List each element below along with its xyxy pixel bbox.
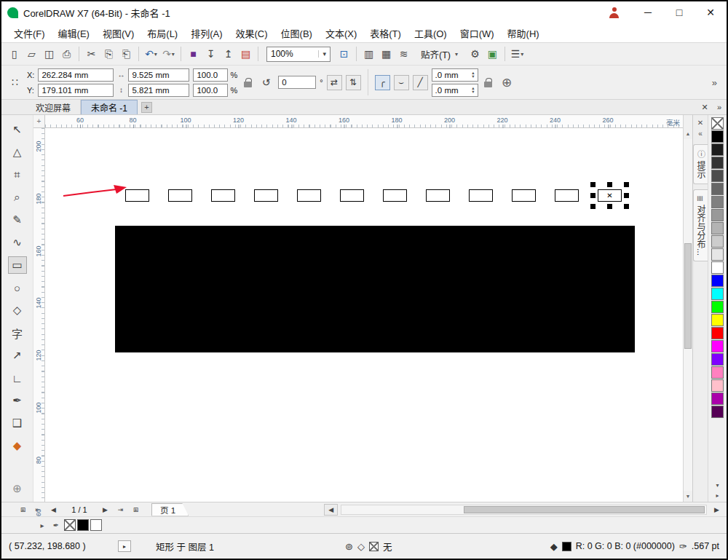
palette-swatch-30-black[interactable] bbox=[711, 222, 724, 234]
more-properties-icon[interactable]: ⊕ bbox=[499, 74, 515, 91]
vertical-scrollbar[interactable]: ▲ ▼ bbox=[683, 115, 692, 502]
coords-flyout-button[interactable]: ▸ bbox=[118, 540, 131, 552]
add-page-after-button[interactable]: ⊞ bbox=[129, 504, 143, 516]
outline-pen-icon[interactable]: ✑ bbox=[679, 541, 687, 552]
menu-bitmaps[interactable]: 位图(B) bbox=[274, 23, 319, 43]
outline-color-swatch[interactable] bbox=[562, 542, 571, 551]
open-icon[interactable]: ▱ bbox=[23, 46, 40, 63]
document-palette-flyout-icon[interactable]: ▸ bbox=[36, 519, 48, 531]
vertical-ruler[interactable]: 2001801601401201008060 bbox=[33, 128, 45, 502]
palette-swatch-40-black[interactable] bbox=[711, 209, 724, 221]
mirror-vertical-button[interactable]: ⇅ bbox=[346, 75, 361, 90]
close-document-button[interactable]: ✕ bbox=[697, 100, 712, 114]
small-rectangle[interactable] bbox=[125, 189, 149, 202]
cut-icon[interactable]: ✂ bbox=[83, 46, 100, 63]
artistic-media-tool[interactable]: ∿ bbox=[8, 234, 27, 251]
maximize-button[interactable]: □ bbox=[666, 3, 692, 22]
selection-handle-bl[interactable] bbox=[590, 204, 596, 209]
corner-lock-button[interactable] bbox=[482, 74, 495, 91]
selection-handle-br[interactable] bbox=[624, 204, 629, 209]
fill-none-swatch[interactable] bbox=[369, 542, 379, 551]
show-grid-icon[interactable]: ▦ bbox=[378, 46, 395, 63]
search-content-icon[interactable]: ■ bbox=[185, 46, 202, 63]
export-icon[interactable]: ↥ bbox=[220, 46, 237, 63]
doc-swatch-black[interactable] bbox=[77, 519, 89, 531]
pdf-icon[interactable]: ▤ bbox=[237, 46, 254, 63]
import-icon[interactable]: ↧ bbox=[202, 46, 219, 63]
palette-swatch-red[interactable] bbox=[711, 327, 724, 339]
crop-tool[interactable]: ⌗ bbox=[8, 166, 27, 184]
show-guidelines-icon[interactable]: ≋ bbox=[395, 46, 412, 63]
menu-effects[interactable]: 效果(C) bbox=[229, 23, 274, 43]
interactive-fill-tool[interactable]: ◆ bbox=[8, 437, 27, 454]
palette-swatch-purple[interactable] bbox=[711, 353, 724, 366]
palette-swatch-dark-purple[interactable] bbox=[711, 406, 724, 418]
propbar-overflow-button[interactable]: » bbox=[708, 77, 721, 88]
mirror-horizontal-button[interactable]: ⇄ bbox=[327, 75, 342, 90]
toolbar-overflow-icon[interactable]: ☰▾ bbox=[509, 46, 526, 63]
next-page-button[interactable]: ▶ bbox=[98, 504, 112, 516]
small-rectangle[interactable] bbox=[383, 189, 407, 202]
horizontal-ruler[interactable]: 6080100120140160180200220240260毫米 bbox=[45, 115, 683, 128]
object-height-field[interactable]: 5.821 mm bbox=[128, 84, 189, 97]
show-rulers-icon[interactable]: ▥ bbox=[360, 46, 377, 63]
drop-shadow-tool[interactable]: ❑ bbox=[8, 414, 27, 432]
vertical-scroll-thumb[interactable] bbox=[684, 243, 692, 349]
palette-swatch-magenta[interactable] bbox=[711, 340, 724, 352]
application-launcher-icon[interactable]: ▣ bbox=[484, 46, 501, 63]
redo-icon[interactable]: ↷▾ bbox=[160, 46, 177, 63]
palette-swatch-light-pink[interactable] bbox=[711, 379, 724, 392]
selection-handle-mr[interactable] bbox=[624, 193, 629, 198]
add-tool-button[interactable]: ⊕ bbox=[8, 480, 27, 497]
corner-radius-field-2[interactable]: .0 mm ▴▾ bbox=[432, 84, 478, 97]
polygon-tool[interactable]: ◇ bbox=[8, 301, 27, 319]
rotation-angle-field[interactable]: 0 bbox=[278, 76, 316, 89]
hscroll-right-button[interactable]: ▶ bbox=[710, 504, 724, 516]
round-corner-button[interactable]: ╭ bbox=[375, 75, 390, 90]
status-indicator-icon[interactable]: ⊚ bbox=[345, 541, 353, 552]
docker-tab-align-distribute[interactable]: ≣对齐与分布... bbox=[693, 189, 708, 261]
palette-swatch-10-black[interactable] bbox=[711, 248, 724, 261]
tab-welcome-screen[interactable]: 欢迎屏幕 bbox=[26, 100, 81, 114]
small-rectangle[interactable] bbox=[254, 189, 278, 202]
small-rectangle[interactable] bbox=[297, 189, 321, 202]
docker-close-button[interactable]: ✕ bbox=[695, 117, 706, 128]
menu-tools[interactable]: 工具(O) bbox=[408, 23, 454, 43]
menu-edit[interactable]: 编辑(E) bbox=[52, 23, 96, 43]
palette-swatch-pink[interactable] bbox=[711, 366, 724, 379]
menu-view[interactable]: 视图(V) bbox=[96, 23, 141, 43]
doc-swatch-white[interactable] bbox=[90, 519, 102, 531]
black-rectangle[interactable] bbox=[115, 226, 635, 352]
small-rectangle[interactable] bbox=[555, 189, 579, 202]
corner-radius-field-1[interactable]: .0 mm ▴▾ bbox=[432, 68, 478, 82]
palette-swatch-no-color[interactable] bbox=[711, 117, 724, 130]
rectangle-tool[interactable]: ▭ bbox=[8, 256, 27, 274]
scale-y-field[interactable]: 100.0 bbox=[193, 84, 228, 97]
minimize-button[interactable]: ─ bbox=[635, 3, 661, 22]
palette-scroll-down-button[interactable]: ▾ bbox=[716, 481, 719, 490]
scroll-down-icon[interactable]: ▼ bbox=[684, 491, 692, 502]
palette-swatch-cyan[interactable] bbox=[711, 288, 724, 300]
small-rectangle[interactable] bbox=[512, 189, 536, 202]
scalloped-corner-button[interactable]: ⌣ bbox=[394, 75, 409, 90]
parallel-dimension-tool[interactable]: ↗ bbox=[8, 347, 27, 364]
shape-tool[interactable]: △ bbox=[8, 143, 27, 161]
y-position-field[interactable]: 179.101 mm bbox=[38, 84, 114, 97]
scroll-up-icon[interactable]: ▲ bbox=[684, 128, 692, 139]
zoom-tool[interactable]: ⌕ bbox=[8, 189, 27, 206]
freehand-tool[interactable]: ✎ bbox=[8, 211, 27, 229]
snap-to-dropdown[interactable]: 贴齐(T) ▾ bbox=[416, 47, 463, 62]
ruler-origin-button[interactable]: + bbox=[33, 115, 45, 128]
horizontal-scroll-thumb[interactable] bbox=[464, 506, 705, 513]
menu-window[interactable]: 窗口(W) bbox=[454, 23, 501, 43]
chamfered-corner-button[interactable]: ╱ bbox=[413, 75, 428, 90]
object-width-field[interactable]: 9.525 mm bbox=[128, 68, 189, 82]
tab-untitled-1[interactable]: 未命名 -1 bbox=[81, 100, 138, 114]
small-rectangle[interactable] bbox=[426, 189, 450, 202]
small-rectangle[interactable] bbox=[469, 189, 493, 202]
palette-swatch-violet[interactable] bbox=[711, 393, 724, 405]
selection-handle-tl[interactable] bbox=[590, 182, 596, 187]
menu-help[interactable]: 帮助(H) bbox=[501, 23, 546, 43]
selection-handle-ml[interactable] bbox=[590, 193, 596, 198]
palette-swatch-green[interactable] bbox=[711, 301, 724, 313]
